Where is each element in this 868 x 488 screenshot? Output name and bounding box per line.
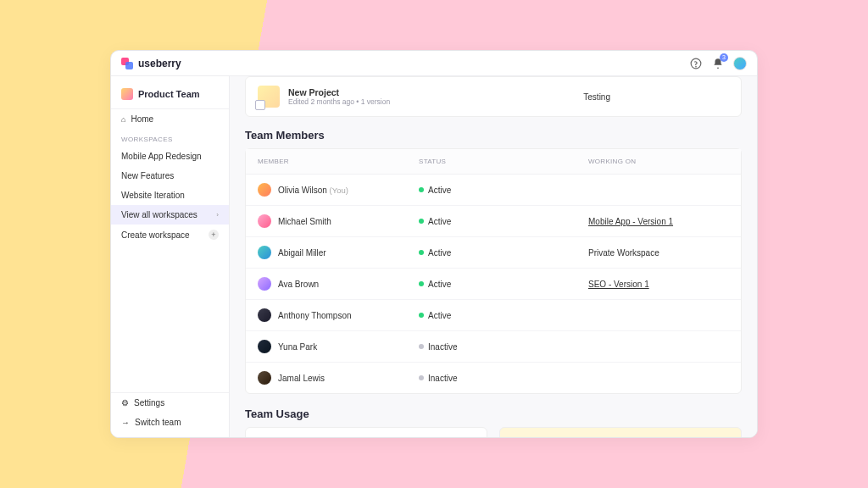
help-icon[interactable] [689,57,703,70]
member-avatar [258,308,271,322]
sidebar-item-switch[interactable]: → Switch team [111,413,229,432]
status-dot-icon [419,375,424,380]
table-row: Anthony Thompson Active [246,299,741,330]
member-name: Jamal Lewis [278,374,325,383]
working-link[interactable]: SEO - Version 1 [588,280,649,289]
team-logo-icon [121,88,133,100]
sidebar-item-workspace-0[interactable]: Mobile App Redesign [111,147,229,166]
table-row: Jamal Lewis Inactive [246,362,741,393]
member-avatar [258,214,271,228]
sidebar-item-view-all[interactable]: View all workspaces › [111,205,229,225]
member-cell: Abigail Miller [258,246,419,259]
members-table: MEMBER STATUS WORKING ON Olivia Wilson (… [245,148,742,394]
view-all-label: View all workspaces [121,210,198,219]
status-cell: Active [419,280,588,289]
notifications-icon[interactable]: 3 [711,57,725,70]
ws-label: New Features [121,171,174,180]
status-text: Active [428,280,451,289]
member-cell: Anthony Thompson [258,308,419,322]
member-name: Ava Brown [278,280,319,289]
logo-icon [121,58,133,69]
member-avatar [258,183,271,197]
user-avatar[interactable] [733,57,747,70]
status-text: Inactive [428,374,457,383]
table-row: Olivia Wilson (You) Active [246,175,741,205]
project-thumb-icon [258,86,280,108]
status-dot-icon [419,219,424,224]
member-name: Anthony Thompson [278,311,352,320]
member-cell: Yuna Park [258,340,419,353]
member-name: Yuna Park [278,342,317,352]
status-dot-icon [419,344,424,349]
project-info: New Project Edited 2 months ago • 1 vers… [288,87,390,106]
team-label: Product Team [138,89,200,99]
member-cell: Michael Smith [258,214,419,228]
status-cell: Inactive [419,374,588,383]
status-cell: Active [419,311,588,320]
working-cell: SEO - Version 1 [588,280,729,289]
status-dot-icon [419,250,424,255]
working-link[interactable]: Mobile App - Version 1 [588,217,673,226]
main-content: New Project Edited 2 months ago • 1 vers… [230,76,757,437]
project-card[interactable]: New Project Edited 2 months ago • 1 vers… [245,76,742,117]
sidebar-item-workspace-1[interactable]: New Features [111,166,229,186]
working-text: Private Workspace [588,248,659,258]
ws-label: Website Iteration [121,191,185,200]
plus-icon: + [209,230,219,240]
sidebar-item-workspace-2[interactable]: Website Iteration [111,186,229,205]
sidebar-item-create[interactable]: Create workspace + [111,225,229,245]
project-meta: Edited 2 months ago • 1 version [288,97,390,106]
status-dot-icon [419,281,424,286]
member-avatar [258,246,271,259]
create-label: Create workspace [121,230,190,240]
member-cell: Olivia Wilson (You) [258,183,419,197]
app-window: useberry 3 Product Team ⌂ Home WORKSPACE… [110,50,758,438]
working-cell: Private Workspace [588,248,729,258]
gear-icon: ⚙ [121,398,129,408]
team-name[interactable]: Product Team [111,85,229,109]
status-cell: Active [419,248,588,258]
usage-title: Team Usage [230,408,757,427]
home-label: Home [131,114,153,124]
switch-label: Switch team [135,418,181,427]
settings-label: Settings [134,398,164,408]
topbar-right: 3 [689,57,747,70]
sidebar: Product Team ⌂ Home WORKSPACES Mobile Ap… [111,76,230,437]
usage-card-monthly[interactable]: Monthly responses [245,427,487,437]
notif-badge: 3 [720,53,728,62]
brand: useberry [121,58,181,69]
status-text: Active [428,217,451,226]
member-name: Abigail Miller [278,248,326,258]
status-text: Inactive [428,342,457,352]
working-cell: Mobile App - Version 1 [588,217,729,226]
workspaces-heading: WORKSPACES [111,129,229,147]
status-text: Active [428,186,451,195]
th-status: STATUS [419,158,588,165]
arrow-right-icon: → [121,418,130,427]
project-title: New Project [288,87,390,97]
sidebar-item-home[interactable]: ⌂ Home [111,109,229,129]
brand-name: useberry [138,58,181,69]
members-title: Team Members [230,129,757,148]
th-working: WORKING ON [588,158,729,165]
sidebar-item-settings[interactable]: ⚙ Settings [111,393,229,413]
member-avatar [258,340,271,353]
status-cell: Active [419,186,588,195]
usage-row: Monthly responses Credits [230,427,757,437]
svg-point-1 [696,66,697,67]
sidebar-bottom: ⚙ Settings → Switch team [111,392,229,437]
topbar: useberry 3 [111,51,757,76]
usage-card-credits[interactable]: Credits [499,427,742,437]
status-dot-icon [419,313,424,318]
status-text: Active [428,248,451,258]
member-cell: Jamal Lewis [258,371,419,385]
status-cell: Active [419,217,588,226]
table-row: Ava Brown Active SEO - Version 1 [246,268,741,299]
project-status: Testing [583,92,610,102]
home-icon: ⌂ [121,115,125,124]
you-label: (You) [330,186,348,195]
status-cell: Inactive [419,342,588,352]
chevron-right-icon: › [216,211,219,219]
table-row: Yuna Park Inactive [246,330,741,362]
table-header: MEMBER STATUS WORKING ON [246,149,741,175]
